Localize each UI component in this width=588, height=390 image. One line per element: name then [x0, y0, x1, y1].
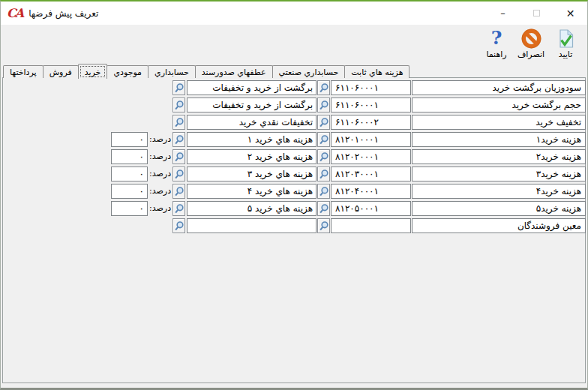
window-controls: – ✕ [486, 2, 587, 25]
account-code-input[interactable]: ۶۱۱۰۶۰۰۰۱ [331, 98, 411, 112]
tab[interactable]: پرداختها [3, 65, 44, 78]
account-lookup-button[interactable] [317, 166, 330, 182]
detail-lookup-button[interactable] [172, 149, 185, 164]
help-button-label: راهنما [486, 50, 506, 59]
account-title-field[interactable]: تخفيف خريد [412, 115, 586, 130]
percent-input[interactable]: ۰ [111, 166, 148, 182]
account-code-input[interactable]: ۸۱۲۰۳۰۰۰۱ [331, 166, 411, 182]
account-code-input[interactable]: ۶۱۱۰۶۰۰۰۱ [331, 80, 411, 95]
account-lookup-button[interactable] [317, 98, 330, 112]
cancel-button[interactable]: انصراف [514, 28, 548, 62]
percent-input[interactable]: ۰ [111, 149, 148, 164]
account-description-input[interactable]: هزينه هاي خريد ۳ [187, 166, 316, 182]
percent-label: درصد: [149, 201, 172, 216]
account-code-input[interactable]: ۸۱۲۰۱۰۰۰۱ [331, 132, 411, 147]
magnifier-icon [319, 117, 328, 128]
magnifier-icon [319, 100, 328, 111]
account-title-field[interactable]: هزينه خريد۱ [412, 132, 586, 147]
account-lookup-button[interactable] [317, 184, 330, 199]
percent-input[interactable]: ۰ [111, 132, 148, 147]
account-lookup-button[interactable] [317, 149, 330, 164]
form-row: هزينه خريد۳ ۸۱۲۰۳۰۰۰۱ هزينه هاي خريد ۳ د… [3, 166, 585, 182]
account-lookup-button[interactable] [317, 218, 330, 233]
magnifier-icon [319, 82, 328, 94]
window-title: تعريف پيش فرضها [28, 8, 98, 19]
account-description-input[interactable]: تخفيفات نقدي خريد [187, 115, 316, 130]
tab[interactable]: موجودي [106, 65, 148, 78]
account-code-input[interactable]: ۸۱۲۰۲۰۰۰۱ [331, 149, 411, 164]
purchase-tab-page: سودوزيان برگشت خريد ۶۱۱۰۶۰۰۰۱ برگشت از خ… [2, 77, 586, 383]
form-row: هزينه خريد۵ ۸۱۲۰۵۰۰۰۱ هزينه هاي خريد ۵ د… [3, 201, 585, 216]
tab[interactable]: حسابداري [148, 65, 196, 78]
account-description-input[interactable] [187, 218, 316, 233]
detail-lookup-button[interactable] [172, 218, 185, 233]
title-bar: CA تعريف پيش فرضها – ✕ [1, 2, 587, 25]
account-title-field[interactable]: سودوزيان برگشت خريد [412, 80, 586, 95]
minimize-button[interactable]: – [486, 2, 520, 25]
account-title-field[interactable]: هزينه خريد۴ [412, 184, 586, 199]
account-description-input[interactable]: برگشت از خريد و تخفيفات [187, 80, 316, 95]
form-row: معين فروشندگان [3, 218, 585, 233]
magnifier-icon [174, 203, 184, 214]
account-lookup-button[interactable] [317, 201, 330, 216]
form-row: تخفيف خريد ۶۱۱۰۶۰۰۰۲ تخفيفات نقدي خريد [3, 115, 585, 130]
account-code-input[interactable]: ۶۱۱۰۶۰۰۰۲ [331, 115, 411, 130]
account-title-field[interactable]: هزينه خريد۳ [412, 166, 586, 182]
magnifier-icon [319, 134, 328, 146]
toolbar: ? راهنما انصراف تاييد [1, 25, 587, 64]
account-description-input[interactable]: هزينه هاي خريد ۱ [187, 132, 316, 147]
magnifier-icon [319, 169, 328, 180]
account-lookup-button[interactable] [317, 115, 330, 130]
detail-lookup-button[interactable] [172, 184, 185, 199]
detail-lookup-button[interactable] [172, 132, 185, 147]
tab-label: پرداختها [10, 68, 37, 77]
help-question-icon: ? [486, 28, 507, 49]
confirm-button[interactable]: تاييد [548, 28, 583, 62]
percent-label: درصد: [149, 166, 172, 182]
percent-input[interactable]: ۰ [111, 184, 148, 199]
app-logo-icon: CA [7, 8, 22, 20]
help-button[interactable]: ? راهنما [479, 28, 514, 62]
account-title-field[interactable]: حجم برگشت خريد [412, 98, 586, 112]
account-code-input[interactable]: ۸۱۲۰۴۰۰۰۱ [331, 184, 411, 199]
account-lookup-button[interactable] [317, 80, 330, 95]
magnifier-icon [319, 186, 328, 197]
account-description-input[interactable]: هزينه هاي خريد ۲ [187, 149, 316, 164]
account-title-field[interactable]: هزينه خريد۵ [412, 201, 586, 216]
percent-label: درصد: [149, 132, 172, 147]
magnifier-icon [174, 134, 184, 146]
magnifier-icon [174, 100, 184, 111]
detail-lookup-button[interactable] [172, 98, 185, 112]
percent-input[interactable]: ۰ [111, 201, 148, 216]
tab[interactable]: فروش [43, 65, 79, 78]
detail-lookup-button[interactable] [172, 80, 185, 95]
tab-selected[interactable]: خريد [78, 64, 108, 79]
tab[interactable]: عطفهاي صدورسند [195, 65, 273, 78]
magnifier-icon [174, 82, 184, 94]
form-row: هزينه خريد۱ ۸۱۲۰۱۰۰۰۱ هزينه هاي خريد ۱ د… [3, 132, 585, 147]
detail-lookup-button[interactable] [172, 201, 185, 216]
form-row: سودوزيان برگشت خريد ۶۱۱۰۶۰۰۰۱ برگشت از خ… [3, 80, 585, 95]
close-button[interactable]: ✕ [554, 2, 587, 25]
tab-label: حسابداري [154, 68, 189, 77]
tab[interactable]: هزينه هاي ثابت [344, 65, 410, 78]
tab-label: هزينه هاي ثابت [351, 68, 403, 77]
magnifier-icon [174, 152, 184, 163]
account-code-input[interactable]: ۸۱۲۰۵۰۰۰۱ [331, 201, 411, 216]
detail-lookup-button[interactable] [172, 115, 185, 130]
account-description-input[interactable]: هزينه هاي خريد ۴ [187, 184, 316, 199]
confirm-document-check-icon [555, 28, 576, 49]
confirm-button-label: تاييد [559, 50, 573, 59]
account-lookup-button[interactable] [317, 132, 330, 147]
tab-label: خريد [85, 68, 101, 77]
percent-label: درصد: [149, 149, 172, 164]
tab[interactable]: حسابداري صنعتي [272, 65, 346, 78]
account-title-field[interactable]: معين فروشندگان [412, 218, 586, 233]
account-code-input[interactable] [331, 218, 411, 233]
account-description-input[interactable]: هزينه هاي خريد ۵ [187, 201, 316, 216]
account-description-input[interactable]: برگشت از خريد و تخفيفات [187, 98, 316, 112]
maximize-button [520, 2, 554, 25]
account-title-field[interactable]: هزينه خريد۲ [412, 149, 586, 164]
form-row: هزينه خريد۲ ۸۱۲۰۲۰۰۰۱ هزينه هاي خريد ۲ د… [3, 149, 585, 164]
detail-lookup-button[interactable] [172, 166, 185, 182]
